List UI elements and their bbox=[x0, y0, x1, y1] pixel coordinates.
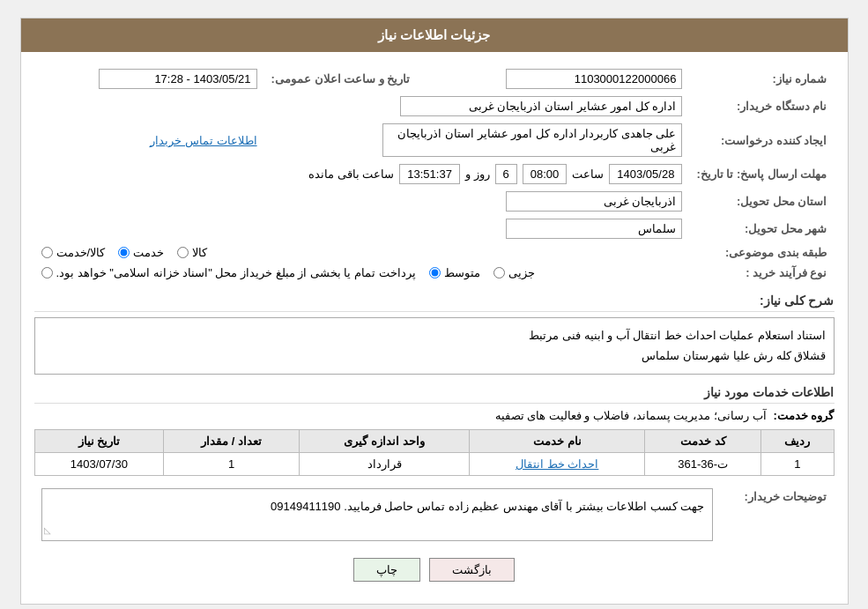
deadline-remaining-field: 13:51:37 bbox=[399, 164, 460, 184]
deadline-time-field: 08:00 bbox=[523, 164, 568, 184]
cell-date: 1403/07/30 bbox=[34, 452, 164, 475]
back-button[interactable]: بازگشت bbox=[429, 558, 515, 582]
creator-label: ایجاد کننده درخواست: bbox=[689, 120, 834, 160]
need-number-row: شماره نیاز: 1103000122000066 تاریخ و ساع… bbox=[34, 65, 835, 93]
services-table: ردیف کد خدمت نام خدمت واحد اندازه گیری ت… bbox=[34, 429, 835, 476]
category-kala-radio[interactable] bbox=[177, 247, 189, 258]
resize-handle: ◺ bbox=[44, 523, 51, 538]
deadline-days-field: 6 bbox=[495, 164, 517, 184]
info-table: شماره نیاز: 1103000122000066 تاریخ و ساع… bbox=[34, 65, 835, 283]
cell-unit: قرارداد bbox=[299, 452, 470, 475]
category-khidmat-label: خدمت bbox=[133, 246, 164, 259]
creator-row: ایجاد کننده درخواست: علی جاهدی کاربردار … bbox=[34, 120, 835, 160]
service-group-value: آب رسانی؛ مدیریت پسماند، فاضلاب و فعالیت… bbox=[495, 409, 767, 422]
deadline-remaining-label: ساعت باقی مانده bbox=[308, 167, 394, 181]
cell-service-name[interactable]: احداث خط انتقال bbox=[470, 452, 645, 475]
description-box: استناد استعلام عملیات احداث خط انتقال آب… bbox=[34, 317, 835, 375]
buyer-org-label: نام دستگاه خریدار: bbox=[689, 93, 834, 120]
cell-quantity: 1 bbox=[164, 452, 299, 475]
city-label: شهر محل تحویل: bbox=[689, 215, 834, 242]
category-kala-khidmat[interactable]: کالا/خدمت bbox=[41, 246, 106, 259]
purchase-type-special[interactable]: پرداخت تمام یا بخشی از مبلغ خریداز محل "… bbox=[41, 266, 416, 279]
city-row: شهر محل تحویل: سلماس bbox=[34, 215, 835, 242]
notes-row: توضیحات خریدار: جهت کسب اطلاعات بیشتر با… bbox=[34, 485, 835, 545]
description-line1: استناد استعلام عملیات احداث خط انتقال آب… bbox=[529, 329, 826, 342]
page-title: جزئیات اطلاعات نیاز bbox=[378, 27, 490, 42]
buyer-notes-text: جهت کسب اطلاعات بیشتر با آقای مهندس عظیم… bbox=[271, 500, 705, 513]
buyer-org-field: اداره کل امور عشایر استان اذربایجان غربی bbox=[400, 96, 682, 116]
print-button[interactable]: چاپ bbox=[353, 558, 420, 582]
need-number-field: 1103000122000066 bbox=[506, 69, 682, 89]
purchase-type-partial-radio[interactable] bbox=[493, 267, 505, 279]
deadline-label: مهلت ارسال پاسخ: تا تاریخ: bbox=[689, 160, 834, 188]
deadline-date-field: 1403/05/28 bbox=[609, 164, 682, 184]
category-kala-khidmat-label: کالا/خدمت bbox=[56, 246, 106, 259]
col-row-num: ردیف bbox=[761, 429, 834, 452]
col-quantity: تعداد / مقدار bbox=[164, 429, 299, 452]
description-title: شرح کلی نیاز: bbox=[34, 293, 835, 312]
buyer-notes-label: توضیحات خریدار: bbox=[720, 485, 835, 545]
purchase-type-special-label: پرداخت تمام یا بخشی از مبلغ خریداز محل "… bbox=[56, 266, 416, 279]
category-kala-label: کالا bbox=[192, 246, 207, 259]
purchase-type-medium-label: متوسط bbox=[444, 266, 480, 279]
deadline-time-label: ساعت bbox=[572, 167, 604, 181]
purchase-type-special-radio[interactable] bbox=[41, 267, 53, 279]
col-service-code: کد خدمت bbox=[645, 429, 761, 452]
contact-link[interactable]: اطلاعات تماس خریدار bbox=[150, 134, 256, 147]
province-label: استان محل تحویل: bbox=[689, 188, 834, 215]
services-title: اطلاعات خدمات مورد نیاز bbox=[34, 385, 835, 404]
category-kala[interactable]: کالا bbox=[177, 246, 207, 259]
main-container: جزئیات اطلاعات نیاز شماره نیاز: 11030001… bbox=[20, 18, 849, 605]
cell-row-num: 1 bbox=[761, 452, 834, 475]
need-number-value: 1103000122000066 bbox=[436, 65, 690, 93]
purchase-type-medium-radio[interactable] bbox=[429, 267, 441, 279]
cell-service-code: ت-36-361 bbox=[645, 452, 761, 475]
purchase-type-partial[interactable]: جزیی bbox=[493, 266, 535, 279]
service-group-label: گروه خدمت: bbox=[774, 409, 835, 422]
col-unit: واحد اندازه گیری bbox=[299, 429, 470, 452]
purchase-type-label: نوع فرآیند خرید : bbox=[689, 263, 834, 283]
category-label: طبقه بندی موضوعی: bbox=[689, 242, 834, 263]
creator-field: علی جاهدی کاربردار اداره کل امور عشایر ا… bbox=[382, 123, 682, 157]
category-khidmat-radio[interactable] bbox=[118, 247, 130, 258]
province-field: اذربایجان غربی bbox=[506, 191, 682, 212]
announce-field: 1403/05/21 - 17:28 bbox=[99, 69, 257, 89]
buyer-notes-box: جهت کسب اطلاعات بیشتر با آقای مهندس عظیم… bbox=[41, 488, 713, 541]
notes-table: توضیحات خریدار: جهت کسب اطلاعات بیشتر با… bbox=[34, 485, 835, 545]
city-field: سلماس bbox=[506, 219, 682, 239]
description-line2: قشلاق کله رش علیا شهرستان سلماس bbox=[642, 349, 826, 362]
province-row: استان محل تحویل: اذربایجان غربی bbox=[34, 188, 835, 215]
purchase-type-medium[interactable]: متوسط bbox=[429, 266, 480, 279]
col-date: تاریخ نیاز bbox=[34, 429, 164, 452]
button-row: بازگشت چاپ bbox=[34, 558, 835, 590]
purchase-type-partial-label: جزیی bbox=[508, 266, 535, 279]
category-khidmat[interactable]: خدمت bbox=[118, 246, 164, 259]
purchase-type-group: پرداخت تمام یا بخشی از مبلغ خریداز محل "… bbox=[41, 266, 683, 279]
col-service-name: نام خدمت bbox=[470, 429, 645, 452]
announce-value: 1403/05/21 - 17:28 bbox=[34, 65, 264, 93]
table-row: 1 ت-36-361 احداث خط انتقال قرارداد 1 140… bbox=[34, 452, 834, 475]
deadline-row: مهلت ارسال پاسخ: تا تاریخ: 1403/05/28 سا… bbox=[34, 160, 835, 188]
deadline-day-label: روز و bbox=[465, 167, 490, 181]
purchase-type-row: نوع فرآیند خرید : پرداخت تمام یا بخشی از… bbox=[34, 263, 835, 283]
category-kala-khidmat-radio[interactable] bbox=[41, 247, 53, 258]
announce-label: تاریخ و ساعت اعلان عمومی: bbox=[264, 65, 418, 93]
services-table-header-row: ردیف کد خدمت نام خدمت واحد اندازه گیری ت… bbox=[34, 429, 834, 452]
buyer-org-row: نام دستگاه خریدار: اداره کل امور عشایر ا… bbox=[34, 93, 835, 120]
description-container: استناد استعلام عملیات احداث خط انتقال آب… bbox=[34, 317, 835, 375]
service-group-row: گروه خدمت: آب رسانی؛ مدیریت پسماند، فاضل… bbox=[34, 409, 835, 422]
category-row: طبقه بندی موضوعی: کالا/خدمت خدمت کالا bbox=[34, 242, 835, 263]
deadline-date-row: 1403/05/28 ساعت 08:00 6 روز و 13:51:37 س… bbox=[41, 164, 683, 184]
page-header: جزئیات اطلاعات نیاز bbox=[21, 19, 848, 52]
content-area: شماره نیاز: 1103000122000066 تاریخ و ساع… bbox=[21, 52, 848, 604]
need-number-label: شماره نیاز: bbox=[689, 65, 834, 93]
services-table-head: ردیف کد خدمت نام خدمت واحد اندازه گیری ت… bbox=[34, 429, 834, 452]
category-radio-group: کالا/خدمت خدمت کالا bbox=[41, 246, 683, 259]
services-table-body: 1 ت-36-361 احداث خط انتقال قرارداد 1 140… bbox=[34, 452, 834, 475]
